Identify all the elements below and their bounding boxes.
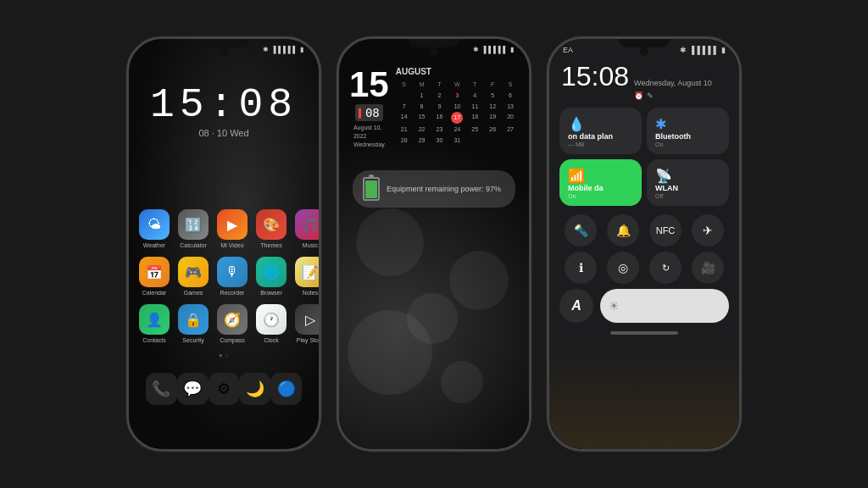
ctrl-tile-bluetooth[interactable]: ✱ Bluetooth On (647, 108, 729, 154)
signal-icon2: ▌▌▌ (493, 46, 508, 53)
phone1-time: 15:08 (129, 82, 319, 128)
ctrl-nfc[interactable]: NFC (649, 214, 682, 247)
cal-15: 15 (414, 112, 431, 124)
battery-fill (365, 180, 377, 199)
ctrl-location[interactable]: ◎ (607, 252, 639, 284)
app-video[interactable]: ▶ Mi Video (217, 209, 248, 248)
app-playstore[interactable]: ▷ Play Store (295, 304, 319, 343)
brightness-slider[interactable]: ☀ (600, 289, 729, 323)
app-browser-label: Browser (260, 290, 282, 296)
phone2-time-block: 15 ▌ 08 August 10, 2022 Wednesday (349, 67, 389, 148)
wifi-icon: ▐▐ (271, 46, 281, 53)
battery-icon-box (363, 177, 380, 201)
mobile-data-sub: On (568, 193, 633, 199)
app-themes[interactable]: 🎨 Themes (256, 209, 287, 248)
cal-hdr-s: S (396, 80, 413, 90)
app-contacts[interactable]: 👤 Contacts (139, 304, 170, 343)
calendar-icon: 📅 (139, 257, 170, 287)
mobile-data-text: Mobile da On (568, 184, 633, 199)
cal-14: 14 (396, 112, 413, 124)
cal-23: 23 (431, 125, 448, 135)
timer-icon: ⏰ (634, 91, 643, 102)
security-icon: 🔒 (178, 304, 209, 335)
page-dots: ● ○ (129, 352, 319, 359)
cal-month-label: AUGUST (396, 67, 519, 76)
phone2-time-digits: 08 (365, 106, 380, 119)
app-recorder[interactable]: 🎙 Recorder (217, 257, 248, 296)
ctrl-info[interactable]: ℹ (565, 252, 597, 284)
data-plan-label: on data plan (568, 132, 633, 141)
phone3-small-controls-2: ℹ ◎ ↻ 🎥 (549, 252, 739, 284)
cal-hdr-m: M (414, 80, 431, 90)
phone1-time-block: 15:08 08 · 10 Wed (129, 57, 319, 158)
cal-26: 26 (484, 125, 501, 135)
cal-12: 12 (484, 102, 501, 112)
home-indicator[interactable] (610, 331, 678, 335)
bluetooth-sub: On (655, 141, 721, 147)
phone-1: ✱ ▐▐ ▌▌▌ ▮ 15:08 08 · 10 Wed 🌤 Weather (126, 36, 321, 452)
cal-2: 2 (431, 91, 448, 101)
phone3-edit-icons: ⏰ ✎ (634, 91, 712, 102)
ctrl-rotate[interactable]: ↻ (649, 252, 682, 284)
ctrl-camera[interactable]: 🎥 (692, 252, 724, 284)
app-browser[interactable]: 🌐 Browser (256, 257, 287, 296)
cal-3: 3 (448, 91, 465, 101)
cal-20: 20 (502, 112, 519, 124)
phone3-date-info: Wednesday, August 10 ⏰ ✎ (634, 78, 712, 101)
app-themes-label: Themes (260, 242, 281, 248)
date-line-1: August 10, (353, 124, 385, 132)
cal-17-today: 17 (451, 112, 463, 124)
dock-messages[interactable]: 💬 (177, 373, 209, 405)
app-compass[interactable]: 🧭 Compass (217, 304, 248, 343)
wlan-icon: 📡 (655, 168, 721, 184)
battery-text: Equipment remaining power: 97% (387, 185, 501, 193)
cal-30: 30 (431, 136, 448, 146)
camera-cutout-3 (640, 47, 648, 56)
date-line-2: 2022 (353, 132, 385, 141)
phone2-time-small: ▌ 08 (355, 104, 383, 121)
assistant-button[interactable]: A (559, 289, 593, 323)
calculator-icon: 🔢 (178, 209, 209, 240)
ctrl-airplane[interactable]: ✈ (692, 214, 724, 247)
dock-moon[interactable]: 🌙 (239, 373, 270, 405)
app-weather[interactable]: 🌤 Weather (139, 209, 170, 248)
app-music-label: Music (303, 242, 318, 248)
dock-browser-dock[interactable]: 🔵 (270, 373, 302, 405)
edit-icon: ✎ (647, 91, 654, 102)
app-security[interactable]: 🔒 Security (178, 304, 209, 343)
wifi3: ▐▐ (689, 46, 700, 54)
ctrl-flashlight[interactable]: 🔦 (565, 214, 597, 247)
cal-24: 24 (448, 125, 465, 135)
cal-empty3 (484, 136, 501, 146)
app-notes[interactable]: 📝 Notes (295, 257, 319, 296)
phone1-date: 08 · 10 Wed (129, 128, 319, 138)
cal-hdr-f: F (484, 80, 501, 90)
cal-hdr-t2: T (466, 80, 483, 90)
app-calculator-label: Calculator (180, 242, 207, 248)
ctrl-tile-wlan[interactable]: 📡 WLAN Off (647, 159, 729, 206)
wlan-text: WLAN Off (655, 184, 721, 199)
phone3-small-controls-1: 🔦 🔔 NFC ✈ (549, 214, 739, 247)
compass-icon: 🧭 (217, 304, 248, 335)
app-games[interactable]: 🎮 Games (178, 257, 209, 296)
ctrl-tile-mobile-data[interactable]: 📶 Mobile da On (559, 159, 642, 206)
cal-hdr-w: W (448, 80, 465, 90)
app-playstore-label: Play Store (297, 337, 319, 343)
dock-settings[interactable]: ⚙ (209, 373, 240, 405)
app-calculator[interactable]: 🔢 Calculator (178, 209, 209, 248)
app-calendar[interactable]: 📅 Calendar (139, 257, 170, 296)
ctrl-notification[interactable]: 🔔 (607, 214, 639, 247)
cal-1: 1 (414, 91, 431, 101)
phone1-dock: 📞 💬 ⚙ 🌙 🔵 (129, 366, 319, 412)
sig3: ▌▌▌ (703, 46, 719, 54)
data-plan-sub: — MB (568, 141, 633, 147)
dock-phone[interactable]: 📞 (146, 373, 177, 405)
themes-icon: 🎨 (256, 209, 287, 240)
ctrl-tile-data-plan[interactable]: 💧 on data plan — MB (559, 108, 642, 154)
browser-icon: 🌐 (256, 257, 287, 287)
app-clock[interactable]: 🕐 Clock (256, 304, 287, 343)
cal-hdr-s2: S (502, 80, 519, 90)
cal-empty2 (466, 136, 483, 146)
app-music[interactable]: 🎵 Music (295, 209, 319, 248)
cal-5: 5 (484, 91, 501, 101)
